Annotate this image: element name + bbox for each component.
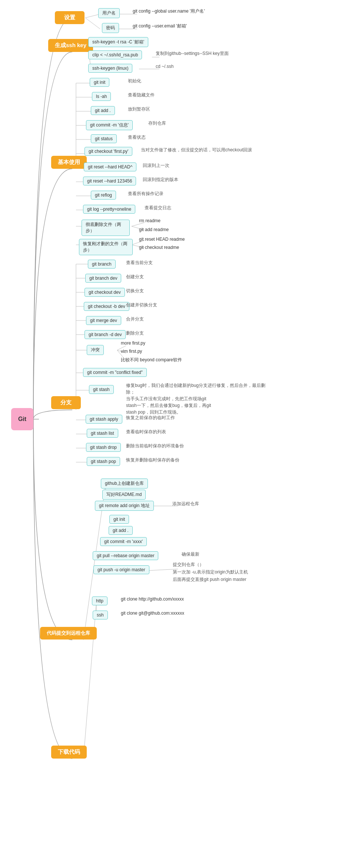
cmd-rm-readme: rm readme (139, 218, 161, 223)
cmd-vim-first: vim first.py (121, 349, 142, 354)
desc-merge: 合并分支 (126, 316, 144, 322)
sub-delete-group: 彻底删除文件（两步） (82, 220, 130, 236)
desc-gitadd: 放到暂存区 (128, 106, 150, 112)
desc-branch-dev: 创建分支 (126, 274, 144, 280)
desc-reflog: 查看所有操作记录 (128, 191, 163, 197)
sub-gitbranch: git branch (88, 260, 116, 269)
desc-stash-pop: 恢复并删除临时保存的备份 (126, 457, 179, 463)
sub-gitstash-drop: git stash drop (86, 443, 121, 452)
sub-git-pull-rebase: git pull --rebase origin master (93, 551, 158, 560)
sub-username: 用户名 (98, 8, 120, 18)
cmd-password: git config --user.email '邮箱' (133, 23, 187, 29)
sub-lsah: ls -ah (92, 92, 111, 101)
sub-gitlog: git log --pretty=oneline (83, 205, 135, 214)
sub-gitstatus: git status (91, 134, 117, 143)
desc-checkout-b: 创建并切换分支 (126, 302, 157, 308)
desc-stash-apply: 恢复之前保存的临时工作 (126, 415, 175, 421)
desc-branch-d: 删除分支 (126, 330, 144, 336)
sub-conflict: 冲突 (87, 345, 104, 355)
cmd-gitcheckout-readme: git checkout readme (139, 245, 179, 250)
cmd-gitadd-readme: git add readme (139, 227, 169, 232)
desc-lsah: 查看隐藏文件 (128, 92, 155, 98)
sub-git-commit-remote: git commit -m 'xxxx' (100, 537, 147, 546)
category-remote: 代码提交到远程仓库 (40, 627, 97, 640)
desc-pull-rebase: 确保最新 (182, 551, 199, 558)
desc-stash-list: 查看临时保存的列表 (126, 429, 166, 435)
sub-ssh2: clip < ~/.ssh/id_rsa.pub (88, 50, 142, 59)
desc-gitbranch: 查看当前分支 (126, 260, 153, 266)
cmd-beyond-compare: 比较不同 beyond compare软件 (121, 357, 182, 363)
desc-stash-drop: 删除当前临时保存的环境备份 (126, 443, 184, 449)
desc-ssh3: cd ~/.ssh (156, 64, 173, 69)
desc-reset-head: 回滚到上一次 (143, 162, 169, 169)
desc-gitstatus: 查看状态 (128, 134, 146, 141)
desc-gitstash: 修复bug时，我们会通过创建新的bug分支进行修复，然后合并，最后删除； 当手头… (126, 382, 267, 415)
desc-remote-add: 添加远程仓库 (172, 501, 199, 507)
sub-gitbranch-d: git branch -d dev (85, 330, 126, 339)
sub-gitreset-hash: git reset --hard 123456 (83, 177, 136, 185)
sub-http: http (92, 596, 107, 605)
sub-restore-group: 恢复刚才删的文件（两步） (79, 239, 133, 255)
mind-map: Git 设置 用户名 密码 git config --global user.n… (0, 0, 364, 868)
sub-gitmerge: git merge dev (86, 316, 121, 325)
sub-gitinit: git init (90, 78, 109, 87)
connector-lines (0, 0, 364, 868)
sub-gitstash-apply: git stash apply (86, 415, 122, 424)
sub-create-repo: github上创建新仓库 (101, 479, 148, 489)
category-ssh: 生成ssh key (48, 39, 93, 52)
desc-push1: 提交到仓库（） (173, 562, 204, 568)
cmd-username: git config --global user.name '用户名' (133, 8, 205, 14)
category-download: 下载代码 (51, 746, 87, 759)
sub-conflict-fixed: git commit -m "conflict fixed" (83, 368, 147, 377)
sub-gitbranch-dev: git branch dev (85, 274, 121, 283)
sub-gitstash: git stash (89, 385, 114, 394)
desc-push3: 后面再提交直接git push origin master (173, 576, 246, 583)
sub-gitreset-head: git reset --hard HEAD^ (84, 162, 136, 171)
sub-gitstash-list: git stash list (87, 429, 118, 438)
category-jiben: 基本使用 (51, 156, 87, 169)
sub-readme: 写好README.md (102, 490, 146, 500)
category-fenzhi: 分支 (51, 396, 81, 409)
desc-push2: 第一次加 -u,表示指定origin为默认主机 (173, 569, 248, 575)
sub-password: 密码 (102, 23, 119, 33)
desc-reset-hash: 回滚到指定的版本 (143, 177, 178, 183)
sub-ssh3: ssh-keygen (linux) (88, 64, 132, 73)
desc-checkout-file: 当对文件做了修改，但没提交的话，可以用checkout回滚 (141, 147, 252, 153)
sub-gitcheckout-dev: git checkout dev (85, 288, 125, 297)
center-node: Git (11, 408, 33, 430)
cmd-gitreset-readme: git reset HEAD readme (139, 237, 185, 242)
sub-ssh-download: ssh (93, 611, 108, 619)
sub-gitcheckout-b: git checkout -b dev (84, 302, 129, 311)
desc-gitcommit: 存到仓库 (148, 120, 166, 126)
sub-gitcheckout-file: git checkout 'first.py' (85, 147, 132, 156)
sub-git-remote-add: git remote add origin 地址 (95, 501, 154, 511)
sub-git-push-u: git push -u origin master (93, 565, 149, 574)
sub-git-add-remote: git add . (109, 526, 133, 535)
sub-git-init-remote: git init (109, 515, 129, 524)
cmd-clone-http: git clone http://github.com/xxxxx (121, 596, 184, 602)
category-shezhi: 设置 (55, 11, 85, 24)
sub-gitcommit: git commit -m '信息' (86, 120, 133, 130)
desc-ssh2: 复制到github--settings--SSH key里面 (156, 50, 229, 57)
svg-line-1 (85, 14, 100, 18)
cmd-clone-ssh: git clone git@github.com:xxxxxx (121, 611, 184, 616)
cmd-more-first: more first.py (121, 341, 145, 346)
sub-gitstash-pop: git stash pop (87, 457, 120, 466)
sub-gitadd: git add . (91, 106, 115, 115)
desc-checkout-dev: 切换分支 (126, 288, 144, 294)
desc-gitinit: 初始化 (128, 78, 141, 84)
sub-gitreflog: git reflog (91, 191, 116, 200)
svg-line-2 (85, 18, 100, 29)
sub-ssh1: ssh-keygen -t rsa -C '邮箱' (88, 37, 148, 47)
desc-gitlog: 查看提交日志 (145, 205, 171, 211)
